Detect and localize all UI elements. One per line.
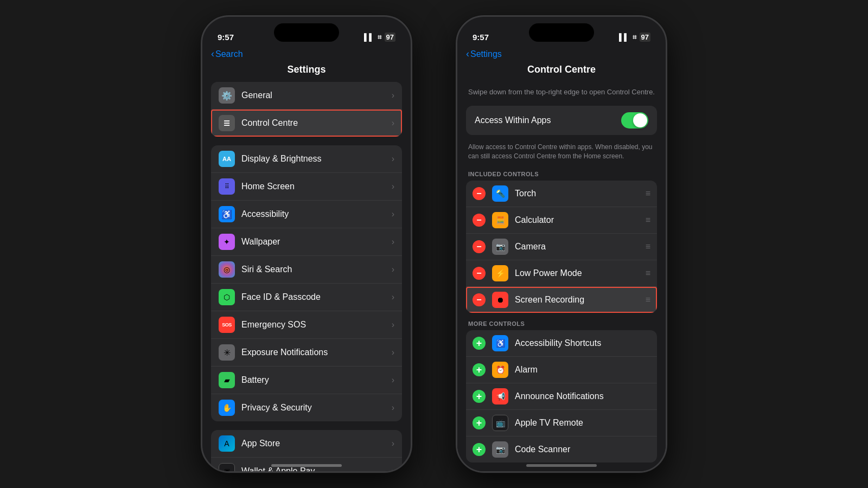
announce-add-btn[interactable]: + [473, 390, 486, 403]
torch-remove-btn[interactable]: − [473, 187, 486, 200]
included-controls-group: − 🔦 Torch ≡ − 🧮 Calculator ≡ − 📷 Camera … [466, 181, 657, 313]
settings-item-accessibility[interactable]: ♿ Accessibility › [211, 201, 402, 228]
control-centre-label: Control Centre [241, 118, 392, 128]
home-screen-icon: ⠿ [219, 178, 235, 195]
torch-drag-handle[interactable]: ≡ [646, 189, 650, 198]
right-phone: 9:57 ▌▌ ⌗ 97 ‹ Settings Control Centre S… [456, 15, 667, 473]
control-item-camera[interactable]: − 📷 Camera ≡ [466, 234, 657, 260]
right-home-indicator [526, 464, 597, 467]
dynamic-island [274, 23, 339, 42]
control-centre-icon: ☰ [219, 115, 235, 131]
screen-recording-drag-handle[interactable]: ≡ [646, 295, 650, 305]
right-power-button [666, 142, 667, 185]
app-store-icon: A [219, 435, 235, 452]
back-label: Search [215, 49, 243, 59]
code-scanner-add-btn[interactable]: + [473, 443, 486, 456]
camera-remove-btn[interactable]: − [473, 240, 486, 253]
status-time: 9:57 [218, 33, 234, 42]
right-status-icons: ▌▌ ⌗ 97 [619, 33, 650, 42]
code-scanner-icon: 📷 [492, 441, 508, 458]
display-icon: AA [219, 151, 235, 167]
right-dynamic-island [529, 23, 594, 42]
right-wifi-icon: ⌗ [633, 33, 636, 42]
control-item-accessibility-shortcuts[interactable]: + ♿ Accessibility Shortcuts [466, 330, 657, 357]
left-screen: ‹ Search Settings ⚙️ General › ☰ Control… [202, 46, 411, 471]
torch-icon: 🔦 [492, 185, 508, 202]
right-back-nav-text[interactable]: ‹ Settings [466, 48, 502, 60]
cc-hint: Swipe down from the top-right edge to op… [457, 82, 666, 106]
settings-item-siri[interactable]: ◎ Siri & Search › [211, 256, 402, 284]
more-controls-group: + ♿ Accessibility Shortcuts + ⏰ Alarm + … [466, 330, 657, 463]
accessibility-shortcuts-icon: ♿ [492, 335, 508, 351]
privacy-chevron: › [392, 403, 394, 413]
apple-tv-label: Apple TV Remote [515, 418, 650, 428]
alarm-add-btn[interactable]: + [473, 363, 486, 376]
apple-tv-add-btn[interactable]: + [473, 416, 486, 429]
access-within-apps-row[interactable]: Access Within Apps [466, 106, 657, 135]
emergency-sos-label: Emergency SOS [241, 320, 392, 330]
calculator-label: Calculator [515, 215, 641, 225]
right-signal-icon: ▌▌ [619, 33, 629, 41]
settings-group-2: AA Display & Brightness › ⠿ Home Screen … [211, 145, 402, 421]
privacy-label: Privacy & Security [241, 403, 392, 413]
right-back-chevron-icon: ‹ [466, 48, 469, 60]
settings-item-wallpaper[interactable]: ✦ Wallpaper › [211, 228, 402, 256]
wifi-icon: ⌗ [378, 33, 381, 42]
torch-label: Torch [515, 189, 641, 198]
announce-icon: 📢 [492, 388, 508, 404]
siri-label: Siri & Search [241, 265, 392, 274]
page-title: Settings [202, 62, 411, 82]
announce-label: Announce Notifications [515, 391, 650, 401]
settings-item-emergency-sos[interactable]: SOS Emergency SOS › [211, 311, 402, 339]
settings-item-display[interactable]: AA Display & Brightness › [211, 145, 402, 173]
access-within-apps-toggle[interactable] [621, 112, 648, 129]
app-store-chevron: › [392, 439, 394, 448]
settings-list: ⚙️ General › ☰ Control Centre › AA Displ… [202, 82, 411, 471]
settings-item-privacy[interactable]: ✋ Privacy & Security › [211, 394, 402, 421]
control-item-screen-recording[interactable]: − ⏺ Screen Recording ≡ [466, 287, 657, 313]
camera-icon: 📷 [492, 239, 508, 255]
control-item-alarm[interactable]: + ⏰ Alarm [466, 357, 657, 383]
control-item-apple-tv-remote[interactable]: + 📺 Apple TV Remote [466, 410, 657, 436]
wallet-label: Wallet & Apple Pay [241, 466, 392, 471]
right-screen: ‹ Settings Control Centre Swipe down fro… [457, 46, 666, 471]
display-label: Display & Brightness [241, 154, 392, 164]
apple-tv-icon: 📺 [492, 415, 508, 431]
settings-item-home-screen[interactable]: ⠿ Home Screen › [211, 173, 402, 201]
calculator-remove-btn[interactable]: − [473, 214, 486, 227]
control-centre-chevron: › [392, 118, 394, 128]
low-power-drag-handle[interactable]: ≡ [646, 268, 650, 278]
control-item-announce-notifications[interactable]: + 📢 Announce Notifications [466, 383, 657, 410]
control-item-torch[interactable]: − 🔦 Torch ≡ [466, 181, 657, 207]
control-item-code-scanner[interactable]: + 📷 Code Scanner [466, 436, 657, 463]
code-scanner-label: Code Scanner [515, 445, 650, 454]
accessibility-shortcuts-add-btn[interactable]: + [473, 337, 486, 350]
right-back-nav[interactable]: ‹ Settings [457, 46, 666, 62]
back-nav-text[interactable]: ‹ Search [211, 48, 243, 60]
settings-item-general[interactable]: ⚙️ General › [211, 82, 402, 110]
screen-recording-remove-btn[interactable]: − [473, 293, 486, 306]
settings-item-face-id[interactable]: ⬡ Face ID & Passcode › [211, 284, 402, 311]
camera-drag-handle[interactable]: ≡ [646, 242, 650, 252]
left-phone: 9:57 ▌▌ ⌗ 97 ‹ Search Settings ⚙️ Genera… [201, 15, 412, 473]
wallpaper-icon: ✦ [219, 234, 235, 250]
back-nav[interactable]: ‹ Search [202, 46, 411, 62]
control-item-calculator[interactable]: − 🧮 Calculator ≡ [466, 207, 657, 234]
wallpaper-chevron: › [392, 237, 394, 247]
settings-item-battery[interactable]: ▰ Battery › [211, 367, 402, 394]
toggle-knob [633, 113, 647, 127]
calculator-icon: 🧮 [492, 212, 508, 228]
control-item-low-power[interactable]: − ⚡ Low Power Mode ≡ [466, 260, 657, 287]
signal-icon: ▌▌ [364, 33, 374, 41]
right-status-time: 9:57 [473, 33, 489, 42]
wallet-icon: ▣ [219, 463, 235, 471]
power-button [411, 142, 412, 185]
settings-item-exposure[interactable]: ✳ Exposure Notifications › [211, 339, 402, 367]
home-screen-label: Home Screen [241, 182, 392, 191]
low-power-remove-btn[interactable]: − [473, 267, 486, 280]
back-chevron-icon: ‹ [211, 48, 214, 60]
calculator-drag-handle[interactable]: ≡ [646, 215, 650, 225]
settings-item-control-centre[interactable]: ☰ Control Centre › [211, 110, 402, 137]
settings-item-app-store[interactable]: A App Store › [211, 430, 402, 458]
included-controls-header: INCLUDED CONTROLS [457, 169, 666, 181]
